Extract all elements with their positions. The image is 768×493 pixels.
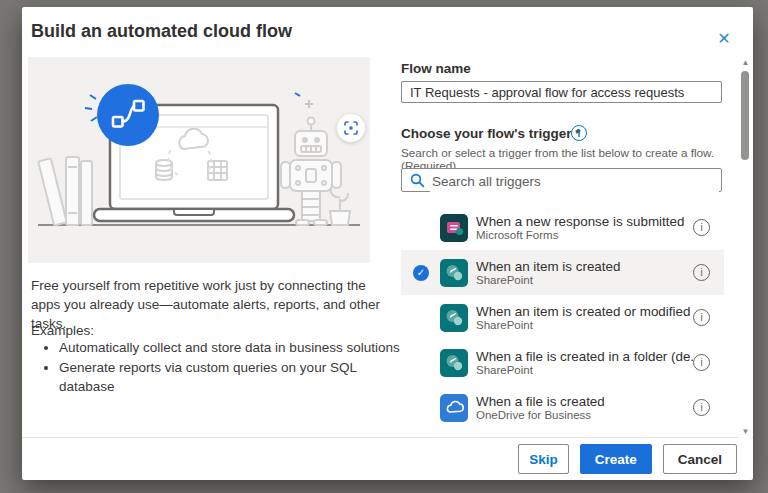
illustration-drawing [28,57,370,263]
scroll-up-icon[interactable]: ▲ [739,57,752,69]
dialog-footer: Skip Create Cancel [22,437,753,480]
dimmed-overlay: Build an automated cloud flow ✕ [0,0,768,493]
focus-scan-icon [344,121,358,135]
selected-check-icon: ✓ [413,265,429,281]
trigger-row[interactable]: ✓ When a file is created OneDrive for Bu… [401,385,724,430]
search-icon [410,173,425,188]
trigger-section-label: Choose your flow's trigger * [401,126,580,141]
trigger-title: When an item is created [476,259,693,274]
panel-scrollbar[interactable]: ▲ ▼ [739,55,752,440]
trigger-search-box [401,168,722,192]
preview-flow-button[interactable] [337,114,365,142]
trigger-info-icon[interactable]: i [571,125,587,141]
trigger-row-info-icon[interactable]: i [693,399,710,416]
trigger-service: SharePoint [476,319,693,331]
trigger-search-input[interactable] [430,170,719,192]
flow-name-input[interactable] [401,81,722,103]
trigger-row-info-icon[interactable]: i [693,354,710,371]
onedrive-icon [440,394,468,422]
create-button[interactable]: Create [580,444,652,474]
trigger-row[interactable]: ✓ When an item is created or modified Sh… [401,295,724,340]
skip-button[interactable]: Skip [518,444,569,474]
scroll-down-icon[interactable]: ▼ [739,426,752,438]
trigger-row[interactable]: ✓ When a file is created in a folder (de… [401,340,724,385]
examples-list: Automatically collect and store data in … [31,337,409,397]
sharepoint-icon [440,349,468,377]
example-item: Automatically collect and store data in … [59,338,409,357]
trigger-title: When a new response is submitted [476,214,693,229]
trigger-title: When a file is created in a folder (de..… [476,349,693,364]
trigger-row[interactable]: ✓ When an item is created SharePoint i [401,250,724,295]
sharepoint-icon [440,259,468,287]
dialog-title: Build an automated cloud flow [31,21,292,42]
cancel-button[interactable]: Cancel [663,444,737,474]
example-item: Generate reports via custom queries on y… [59,358,409,396]
microsoft-forms-icon [440,214,468,242]
scrollbar-thumb[interactable] [741,71,749,160]
trigger-service: Microsoft Forms [476,229,693,241]
build-automated-flow-dialog: Build an automated cloud flow ✕ [22,7,753,480]
trigger-row-info-icon[interactable]: i [693,264,710,281]
trigger-title: When an item is created or modified [476,304,693,319]
examples-label: Examples: [31,323,94,338]
trigger-row-info-icon[interactable]: i [693,219,710,236]
sharepoint-icon [440,304,468,332]
flow-name-label: Flow name [401,61,471,76]
trigger-title: When a file is created [476,394,693,409]
trigger-service: OneDrive for Business [476,409,693,421]
flow-setup-panel: Flow name Choose your flow's trigger * i… [401,7,724,480]
trigger-row-info-icon[interactable]: i [693,309,710,326]
trigger-row[interactable]: ✓ When a new response is submitted Micro… [401,205,724,250]
flow-illustration [28,57,370,263]
trigger-service: SharePoint [476,364,693,376]
trigger-list: ✓ When a new response is submitted Micro… [401,205,724,430]
trigger-service: SharePoint [476,274,693,286]
